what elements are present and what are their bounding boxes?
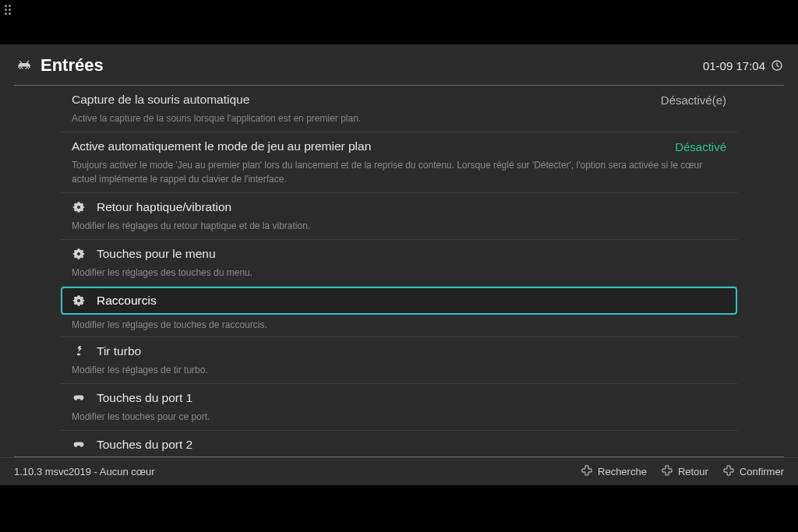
settings-item-desc: Toujours activer le mode 'Jeu au premier… bbox=[72, 153, 726, 192]
settings-item-label: Active automatiquement le mode de jeu au… bbox=[72, 139, 371, 153]
clock-icon bbox=[770, 58, 784, 72]
settings-item-desc: Modifier les réglages de touches de racc… bbox=[61, 315, 737, 336]
gears-icon bbox=[72, 294, 86, 308]
datetime-text: 01-09 17:04 bbox=[703, 59, 765, 72]
dpad-icon bbox=[722, 464, 735, 479]
svg-rect-4 bbox=[77, 354, 80, 356]
settings-item-label: Capture de la souris automatique bbox=[72, 93, 249, 107]
footer-back-button[interactable]: Retour bbox=[661, 464, 708, 479]
settings-item-label: Touches du port 2 bbox=[97, 438, 192, 452]
settings-item-label: Touches du port 1 bbox=[97, 391, 192, 405]
settings-item-desc: Active la capture de la souris lorsque l… bbox=[72, 107, 726, 132]
settings-list: Capture de la souris automatiqueDésactiv… bbox=[0, 86, 798, 456]
footer-confirm-label: Confirmer bbox=[740, 466, 784, 477]
dpad-icon bbox=[661, 464, 673, 479]
gears-icon bbox=[72, 247, 86, 261]
settings-item[interactable]: Tir turboModifier les réglages de tir tu… bbox=[61, 337, 737, 383]
settings-item-desc: Modifier les réglages des touches du men… bbox=[72, 261, 726, 286]
version-text: 1.10.3 msvc2019 - Aucun cœur bbox=[14, 466, 155, 477]
controller-icon bbox=[72, 438, 86, 452]
footer-search-label: Recherche bbox=[598, 466, 647, 477]
footer-confirm-button[interactable]: Confirmer bbox=[722, 464, 784, 479]
dpad-icon bbox=[581, 464, 593, 479]
settings-item-value: Désactivé bbox=[675, 140, 726, 153]
settings-item[interactable]: Touches du port 1Modifier les touches po… bbox=[61, 384, 737, 430]
settings-item-label: Retour haptique/vibration bbox=[97, 200, 231, 214]
window-drag-handle[interactable] bbox=[5, 5, 11, 16]
settings-item-selected[interactable]: Raccourcis bbox=[61, 287, 737, 315]
svg-point-3 bbox=[77, 299, 80, 302]
settings-item[interactable]: Retour haptique/vibrationModifier les ré… bbox=[61, 193, 737, 239]
footer: 1.10.3 msvc2019 - Aucun cœur Recherche R… bbox=[0, 457, 798, 485]
settings-item-label: Touches pour le menu bbox=[97, 247, 216, 261]
svg-point-1 bbox=[77, 206, 80, 209]
settings-item[interactable]: Capture de la souris automatiqueDésactiv… bbox=[61, 86, 737, 132]
clock: 01-09 17:04 bbox=[703, 58, 784, 72]
settings-item-label: Raccourcis bbox=[97, 294, 157, 308]
svg-point-2 bbox=[77, 252, 80, 255]
settings-item[interactable]: Touches du port 2Modifier les touches po… bbox=[61, 431, 737, 456]
settings-item[interactable]: Touches pour le menuModifier les réglage… bbox=[61, 240, 737, 286]
controller-icon bbox=[72, 391, 86, 405]
invader-icon bbox=[17, 58, 31, 72]
app-window: Entrées 01-09 17:04 Capture de la souris… bbox=[0, 44, 798, 485]
settings-item[interactable]: Active automatiquement le mode de jeu au… bbox=[61, 132, 737, 192]
settings-item-desc: Modifier les réglages du retour haptique… bbox=[72, 214, 726, 239]
gears-icon bbox=[72, 200, 86, 214]
settings-item-desc: Modifier les réglages de tir turbo. bbox=[72, 358, 726, 383]
settings-item-label: Tir turbo bbox=[97, 344, 141, 358]
header: Entrées 01-09 17:04 bbox=[0, 44, 798, 85]
footer-back-label: Retour bbox=[678, 466, 708, 477]
turbo-icon bbox=[72, 344, 86, 358]
page-title: Entrées bbox=[41, 55, 104, 76]
footer-search-button[interactable]: Recherche bbox=[581, 464, 647, 479]
settings-item-desc: Modifier les touches pour ce port. bbox=[72, 405, 726, 430]
settings-item-value: Désactivé(e) bbox=[661, 93, 726, 107]
